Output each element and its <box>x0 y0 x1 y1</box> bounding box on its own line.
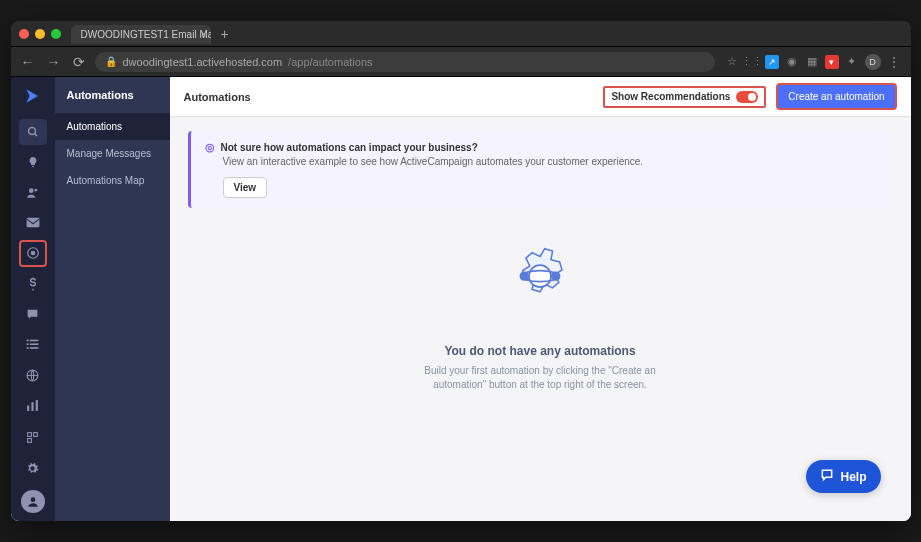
browser-menu-icon[interactable]: ⋮ <box>887 54 901 70</box>
extension-icon-2[interactable]: ◉ <box>785 55 799 69</box>
back-button[interactable]: ← <box>21 54 35 70</box>
svg-point-2 <box>28 188 33 193</box>
target-icon: ◎ <box>205 141 215 154</box>
show-recommendations-label: Show Recommendations <box>611 91 730 102</box>
svg-rect-18 <box>34 433 38 437</box>
show-recommendations-toggle[interactable]: Show Recommendations <box>603 86 766 108</box>
help-button[interactable]: Help <box>806 460 880 493</box>
conversations-icon[interactable] <box>19 301 47 327</box>
tab-title: DWOODINGTEST1 Email Mark <box>81 29 211 40</box>
extension-icon-grid[interactable]: ▦ <box>805 55 819 69</box>
chat-icon <box>820 468 834 485</box>
main-body: ◎ Not sure how automations can impact yo… <box>170 117 911 521</box>
browser-window: DWOODINGTEST1 Email Mark × + ← → ⟳ 🔒 dwo… <box>11 21 911 521</box>
svg-rect-12 <box>30 347 39 349</box>
info-banner: ◎ Not sure how automations can impact yo… <box>188 131 893 208</box>
icon-rail <box>11 77 55 521</box>
extension-icons: ☆ ⋮⋮ ↗ ◉ ▦ ▾ ✦ D ⋮ <box>725 54 901 70</box>
page-title: Automations <box>184 91 594 103</box>
address-bar[interactable]: 🔒 dwoodingtest1.activehosted.com/app/aut… <box>95 52 715 72</box>
deals-icon[interactable] <box>19 271 47 297</box>
svg-rect-10 <box>30 344 39 346</box>
subnav-item-automations[interactable]: Automations <box>55 113 170 140</box>
url-bar: ← → ⟳ 🔒 dwoodingtest1.activehosted.com/a… <box>11 47 911 77</box>
empty-state: You do not have any automations Build yo… <box>188 244 893 392</box>
svg-rect-15 <box>31 402 33 411</box>
reports-icon[interactable] <box>19 392 47 418</box>
svg-rect-11 <box>27 347 29 349</box>
svg-rect-7 <box>27 340 29 342</box>
help-label: Help <box>840 470 866 484</box>
svg-point-23 <box>520 272 528 280</box>
subnav-title: Automations <box>55 77 170 113</box>
svg-rect-4 <box>26 218 39 227</box>
website-icon[interactable] <box>19 362 47 388</box>
app-logo[interactable] <box>21 85 45 108</box>
minimize-window-button[interactable] <box>35 29 45 39</box>
banner-title: Not sure how automations can impact your… <box>221 142 478 153</box>
view-button[interactable]: View <box>223 177 268 198</box>
main-header: Automations Show Recommendations Create … <box>170 77 911 117</box>
forward-button[interactable]: → <box>47 54 61 70</box>
svg-point-21 <box>529 265 551 287</box>
app-container: Automations Automations Manage Messages … <box>11 77 911 521</box>
svg-rect-19 <box>28 439 32 443</box>
svg-point-0 <box>28 127 35 134</box>
close-window-button[interactable] <box>19 29 29 39</box>
reload-button[interactable]: ⟳ <box>73 54 85 70</box>
toggle-switch-icon[interactable] <box>736 91 758 103</box>
contacts-icon[interactable] <box>19 179 47 205</box>
subnav-item-manage-messages[interactable]: Manage Messages <box>55 140 170 167</box>
campaigns-icon[interactable] <box>19 210 47 236</box>
settings-icon[interactable] <box>19 455 47 481</box>
apps-icon[interactable] <box>19 425 47 451</box>
maximize-window-button[interactable] <box>51 29 61 39</box>
svg-line-1 <box>34 133 37 136</box>
banner-subtitle: View an interactive example to see how A… <box>223 156 879 167</box>
browser-tab[interactable]: DWOODINGTEST1 Email Mark × <box>71 25 211 44</box>
bookmark-icon[interactable]: ☆ <box>725 55 739 69</box>
new-tab-button[interactable]: + <box>221 26 229 42</box>
titlebar: DWOODINGTEST1 Email Mark × + <box>11 21 911 47</box>
svg-rect-8 <box>30 340 39 342</box>
svg-rect-14 <box>27 405 29 410</box>
main-area: Automations Show Recommendations Create … <box>170 77 911 521</box>
lock-icon: 🔒 <box>105 56 117 67</box>
nav-buttons: ← → ⟳ <box>21 54 85 70</box>
svg-rect-16 <box>36 400 38 411</box>
empty-title: You do not have any automations <box>444 344 635 358</box>
svg-rect-9 <box>27 344 29 346</box>
create-automation-button[interactable]: Create an automation <box>776 83 896 110</box>
gear-illustration-icon <box>485 244 595 328</box>
automations-icon[interactable] <box>19 240 47 267</box>
extension-icon-1[interactable]: ⋮⋮ <box>745 55 759 69</box>
svg-point-20 <box>30 497 35 502</box>
url-path: /app/automations <box>288 56 372 68</box>
lightbulb-icon[interactable] <box>19 149 47 175</box>
empty-subtitle: Build your first automation by clicking … <box>410 364 670 392</box>
banner-title-row: ◎ Not sure how automations can impact yo… <box>205 141 879 154</box>
extension-icon-red[interactable]: ▾ <box>825 55 839 69</box>
svg-point-3 <box>34 188 37 191</box>
traffic-lights <box>19 29 61 39</box>
search-icon[interactable] <box>19 119 47 145</box>
user-avatar[interactable] <box>21 490 45 513</box>
url-host: dwoodingtest1.activehosted.com <box>123 56 283 68</box>
tab-close-icon[interactable]: × <box>201 29 207 40</box>
svg-rect-17 <box>28 433 32 437</box>
profile-avatar-icon[interactable]: D <box>865 54 881 70</box>
extensions-menu-icon[interactable]: ✦ <box>845 55 859 69</box>
subnav-item-automations-map[interactable]: Automations Map <box>55 167 170 194</box>
subnav: Automations Automations Manage Messages … <box>55 77 170 521</box>
lists-icon[interactable] <box>19 331 47 357</box>
svg-point-24 <box>552 272 560 280</box>
extension-icon-blue[interactable]: ↗ <box>765 55 779 69</box>
svg-point-6 <box>31 252 35 256</box>
